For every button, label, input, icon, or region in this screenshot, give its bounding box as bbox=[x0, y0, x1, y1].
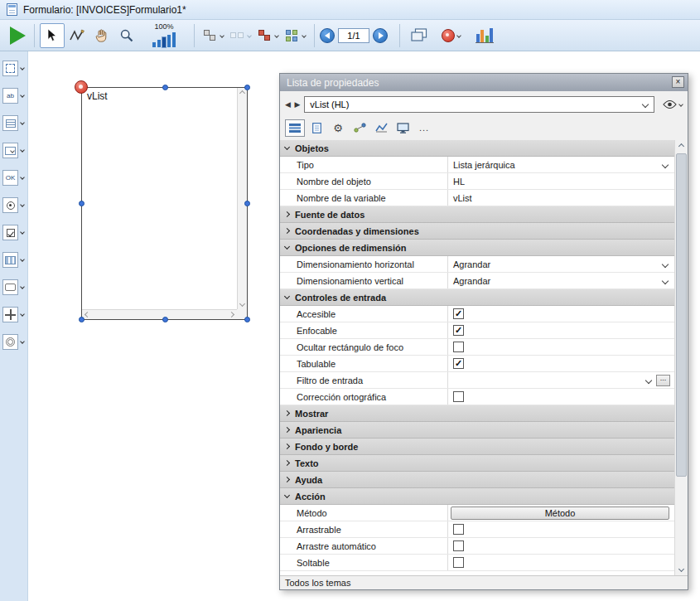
tab-chart[interactable] bbox=[371, 119, 391, 137]
toolbar-separator bbox=[399, 24, 400, 47]
property-row-arrastrable: Arrastrable bbox=[280, 521, 674, 538]
section-ayuda[interactable]: Ayuda bbox=[280, 472, 674, 488]
selection-handle[interactable] bbox=[244, 85, 250, 90]
windows-list-button[interactable] bbox=[405, 23, 433, 48]
section-controles-entrada[interactable]: Controles de entrada bbox=[280, 289, 674, 306]
chevron-right-icon bbox=[284, 427, 290, 433]
tipo-dropdown[interactable]: Lista jerárquica bbox=[447, 157, 674, 172]
section-fondo-borde[interactable]: Fondo y borde bbox=[280, 439, 674, 455]
zoom-bar-4[interactable] bbox=[167, 35, 171, 47]
previous-page-button[interactable] bbox=[320, 28, 335, 43]
object-vertical-scrollbar[interactable] bbox=[237, 88, 247, 309]
zoom-bar-1[interactable] bbox=[152, 42, 156, 47]
dim-horizontal-dropdown[interactable]: Agrandar bbox=[447, 256, 674, 272]
zoom-level-control[interactable]: 100% bbox=[142, 22, 186, 49]
grid-menu-button[interactable] bbox=[282, 23, 309, 48]
tool-button-grid[interactable] bbox=[2, 250, 27, 269]
object-nav-buttons[interactable]: ◀ ▶ bbox=[285, 100, 301, 109]
nombre-objeto-field[interactable]: HL bbox=[447, 173, 674, 189]
tool-checkbox[interactable] bbox=[2, 223, 27, 242]
section-accion[interactable]: Acción bbox=[280, 488, 674, 505]
run-form-button[interactable] bbox=[10, 27, 26, 45]
chevron-right-icon bbox=[284, 228, 290, 234]
tab-settings[interactable]: ⚙ bbox=[328, 119, 348, 137]
filtro-entrada-dropdown[interactable]: ... bbox=[447, 372, 674, 388]
selection-handle[interactable] bbox=[79, 201, 84, 206]
correccion-checkbox[interactable] bbox=[453, 391, 464, 402]
section-redimension[interactable]: Opciones de redimensión bbox=[280, 240, 674, 256]
zoom-tool-button[interactable] bbox=[114, 23, 139, 48]
tool-group-box[interactable] bbox=[2, 278, 27, 297]
dim-vertical-dropdown[interactable]: Agrandar bbox=[447, 273, 674, 288]
filtro-more-button[interactable]: ... bbox=[656, 375, 670, 386]
arrastre-automatico-checkbox[interactable] bbox=[453, 540, 464, 551]
next-page-button[interactable] bbox=[373, 28, 388, 43]
tab-events[interactable] bbox=[350, 119, 369, 137]
nombre-variable-field[interactable]: vList bbox=[447, 190, 674, 206]
pan-tool-button[interactable] bbox=[89, 23, 114, 48]
views-menu-button[interactable] bbox=[438, 23, 464, 48]
selection-handle[interactable] bbox=[244, 201, 250, 206]
close-button[interactable]: × bbox=[672, 76, 684, 88]
zoom-bars-icon[interactable] bbox=[152, 32, 176, 47]
selection-handle[interactable] bbox=[244, 317, 250, 322]
entry-order-tool-button[interactable] bbox=[65, 23, 89, 48]
tabulable-checkbox[interactable]: ✓ bbox=[453, 358, 464, 369]
object-horizontal-scrollbar[interactable] bbox=[82, 309, 237, 319]
tool-combo-box[interactable] bbox=[2, 141, 27, 160]
selection-handle[interactable] bbox=[162, 85, 168, 90]
scrollbar-thumb[interactable] bbox=[676, 153, 687, 477]
tab-page[interactable] bbox=[307, 119, 326, 137]
zoom-bar-current[interactable] bbox=[162, 37, 166, 47]
button-grid-icon bbox=[2, 252, 18, 268]
level-menu-button[interactable] bbox=[254, 23, 282, 48]
arrastrable-checkbox[interactable] bbox=[453, 524, 464, 535]
chevron-down-icon bbox=[20, 93, 25, 98]
section-texto[interactable]: Texto bbox=[280, 455, 674, 472]
palette-titlebar[interactable]: Lista de propiedades bbox=[280, 74, 688, 91]
visibility-menu-button[interactable] bbox=[663, 99, 683, 109]
select-tool-button[interactable] bbox=[40, 23, 65, 48]
events-badge-icon[interactable] bbox=[75, 80, 88, 94]
tab-more-button[interactable]: ... bbox=[414, 119, 434, 137]
tool-text-input[interactable]: ab bbox=[2, 86, 27, 105]
property-label: Arrastre automático bbox=[297, 541, 376, 551]
chevron-right-icon bbox=[284, 477, 290, 482]
tool-form-box[interactable] bbox=[2, 59, 27, 78]
scroll-down-icon[interactable] bbox=[239, 301, 245, 307]
soltable-checkbox[interactable] bbox=[453, 557, 464, 568]
property-label: Filtro de entrada bbox=[297, 376, 363, 385]
section-mostrar[interactable]: Mostrar bbox=[280, 405, 674, 422]
zoom-bar-2[interactable] bbox=[157, 40, 161, 47]
tool-ok-button[interactable]: OK bbox=[2, 168, 27, 187]
scroll-left-icon[interactable] bbox=[84, 312, 90, 317]
object-selector-combo[interactable]: vList (HL) bbox=[304, 96, 654, 113]
property-list-toggle-button[interactable] bbox=[472, 23, 497, 48]
scroll-right-icon[interactable] bbox=[229, 312, 234, 317]
ocultar-foco-checkbox[interactable] bbox=[453, 342, 464, 352]
tool-radio-button[interactable] bbox=[2, 196, 27, 215]
scroll-up-icon[interactable] bbox=[239, 90, 245, 96]
enfocable-checkbox[interactable]: ✓ bbox=[453, 325, 464, 336]
section-fuente-de-datos[interactable]: Fuente de datos bbox=[280, 206, 674, 223]
tab-all-properties[interactable] bbox=[285, 119, 305, 137]
section-coordenadas[interactable]: Coordenadas y dimensiones bbox=[280, 223, 674, 240]
scroll-down-button[interactable] bbox=[675, 563, 688, 575]
accesible-checkbox[interactable]: ✓ bbox=[453, 308, 464, 319]
tool-splitter[interactable] bbox=[2, 305, 27, 324]
scroll-up-button[interactable] bbox=[675, 140, 688, 153]
section-apariencia[interactable]: Apariencia bbox=[280, 422, 674, 439]
palette-scrollbar[interactable] bbox=[674, 140, 688, 575]
selection-handle[interactable] bbox=[79, 317, 84, 322]
align-menu-button[interactable] bbox=[200, 23, 227, 48]
zoom-bar-5[interactable] bbox=[172, 32, 176, 47]
metodo-button[interactable]: Método bbox=[451, 506, 669, 520]
tab-display[interactable] bbox=[393, 119, 413, 137]
distribute-menu-button[interactable] bbox=[227, 23, 254, 48]
selection-handle[interactable] bbox=[162, 317, 168, 322]
hierarchical-list-object[interactable]: vList bbox=[81, 87, 248, 320]
scroll-down-icon bbox=[678, 566, 684, 572]
section-objetos[interactable]: Objetos bbox=[280, 140, 674, 157]
tool-list-box[interactable] bbox=[2, 114, 27, 133]
tool-tab-control[interactable] bbox=[2, 332, 27, 351]
